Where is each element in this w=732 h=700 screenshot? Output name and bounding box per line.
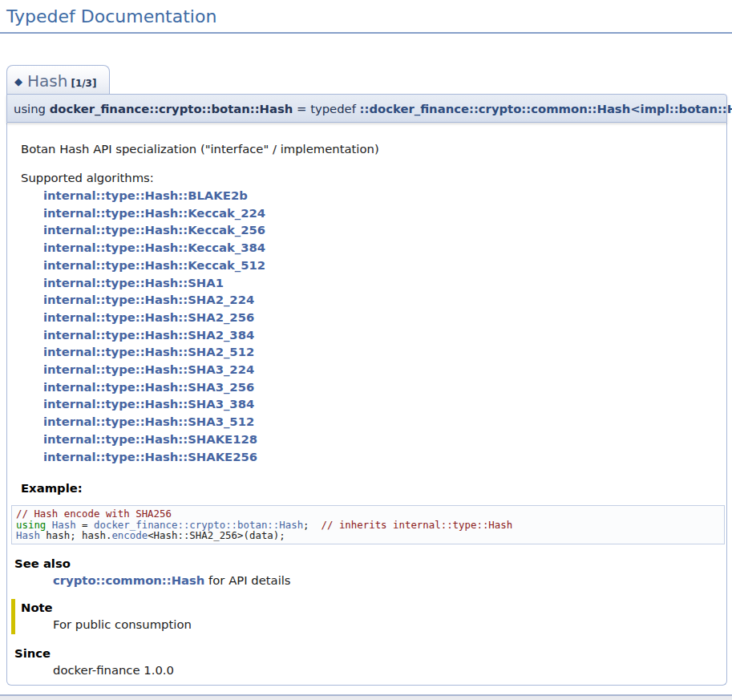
declaration-typedef-name: docker_finance::crypto::botan::Hash (50, 102, 293, 115)
algorithm-link-sha2-512[interactable]: internal::type::Hash::SHA2_512 (43, 345, 254, 358)
code-link-encode[interactable]: encode (111, 529, 148, 541)
algorithm-link-keccak-512[interactable]: internal::type::Hash::Keccak_512 (43, 258, 265, 272)
member-declaration-bar: using docker_finance::crypto::botan::Has… (6, 94, 727, 123)
list-item: internal::type::Hash::SHA2_224 (43, 291, 719, 309)
member-tab: ◆Hash[1/3] (6, 65, 110, 95)
list-item: internal::type::Hash::SHA2_512 (43, 343, 719, 361)
algorithms-label: Supported algorithms: (21, 171, 719, 184)
see-also-suffix: for API details (204, 573, 290, 587)
list-item: internal::type::Hash::Keccak_256 (43, 221, 719, 239)
member-index-badge: [1/3] (71, 78, 96, 89)
example-heading: Example: (21, 481, 719, 495)
see-also-heading: See also (14, 556, 719, 570)
algorithm-link-blake2b[interactable]: internal::type::Hash::BLAKE2b (43, 188, 248, 202)
algorithm-link-keccak-224[interactable]: internal::type::Hash::Keccak_224 (43, 206, 265, 220)
code-line: using Hash = docker_finance::crypto::bot… (16, 520, 720, 531)
note-content: For public consumption (53, 617, 719, 631)
algorithm-link-keccak-256[interactable]: internal::type::Hash::Keccak_256 (43, 223, 265, 237)
algorithm-link-sha1[interactable]: internal::type::Hash::SHA1 (43, 276, 224, 289)
since-content: docker-finance 1.0.0 (53, 663, 719, 677)
code-text: ; (303, 519, 321, 531)
list-item: internal::type::Hash::BLAKE2b (43, 187, 719, 204)
code-line: // Hash encode with SHA256 (16, 508, 720, 520)
algorithms-list: internal::type::Hash::BLAKE2b internal::… (43, 187, 719, 465)
see-also-section: See also crypto::common::Hash for API de… (14, 556, 719, 587)
see-also-content: crypto::common::Hash for API details (53, 573, 719, 587)
note-section: Note For public consumption (11, 599, 719, 634)
since-heading: Since (14, 646, 719, 660)
algorithm-link-sha3-224[interactable]: internal::type::Hash::SHA3_224 (43, 362, 254, 376)
footer-divider (0, 694, 732, 700)
member-title: Hash (27, 71, 67, 91)
declaration-using-keyword: using (14, 102, 50, 115)
list-item: internal::type::Hash::SHA3_512 (43, 413, 719, 431)
section-title: Typedef Documentation (0, 0, 732, 34)
algorithm-link-sha3-512[interactable]: internal::type::Hash::SHA3_512 (43, 415, 254, 428)
algorithm-link-sha2-224[interactable]: internal::type::Hash::SHA2_224 (43, 293, 254, 306)
algorithm-link-shake128[interactable]: internal::type::Hash::SHAKE128 (43, 432, 257, 446)
code-link-hash[interactable]: Hash (16, 529, 40, 541)
member-doc-body: Botan Hash API specialization ("interfac… (6, 123, 727, 686)
typedef-documentation-page: Typedef Documentation ◆Hash[1/3] using d… (0, 0, 732, 700)
anchor-diamond-icon[interactable]: ◆ (14, 75, 22, 87)
member-item-hash: ◆Hash[1/3] using docker_finance::crypto:… (6, 64, 727, 686)
list-item: internal::type::Hash::Keccak_384 (43, 239, 719, 257)
list-item: internal::type::Hash::SHA3_384 (43, 395, 719, 413)
algorithm-link-sha2-384[interactable]: internal::type::Hash::SHA2_384 (43, 328, 254, 342)
code-text: <Hash::SHA2_256>(data); (148, 529, 285, 541)
since-section: Since docker-finance 1.0.0 (14, 646, 719, 677)
code-block: // Hash encode with SHA256 using Hash = … (11, 505, 725, 544)
code-line: Hash hash; hash.encode<Hash::SHA2_256>(d… (16, 530, 720, 541)
code-text: hash; hash. (40, 529, 112, 541)
list-item: internal::type::Hash::SHA3_224 (43, 361, 719, 378)
list-item: internal::type::Hash::SHA3_256 (43, 378, 719, 396)
algorithm-link-keccak-384[interactable]: internal::type::Hash::Keccak_384 (43, 241, 265, 254)
declaration-connector: = typedef (293, 102, 359, 115)
list-item: internal::type::Hash::SHA2_256 (43, 309, 719, 326)
list-item: internal::type::Hash::Keccak_512 (43, 257, 719, 274)
list-item: internal::type::Hash::Keccak_224 (43, 204, 719, 222)
see-also-link[interactable]: crypto::common::Hash (53, 573, 204, 587)
list-item: internal::type::Hash::SHA1 (43, 274, 719, 292)
note-heading: Note (21, 601, 719, 614)
algorithm-link-sha3-256[interactable]: internal::type::Hash::SHA3_256 (43, 380, 254, 394)
algorithm-link-shake256[interactable]: internal::type::Hash::SHAKE256 (43, 450, 257, 463)
list-item: internal::type::Hash::SHAKE128 (43, 431, 719, 448)
list-item: internal::type::Hash::SHAKE256 (43, 448, 719, 466)
algorithm-link-sha2-256[interactable]: internal::type::Hash::SHA2_256 (43, 310, 254, 324)
declaration-target-link[interactable]: ::docker_finance::crypto::common::Hash<i… (360, 102, 732, 115)
member-description: Botan Hash API specialization ("interfac… (21, 142, 719, 156)
list-item: internal::type::Hash::SHA2_384 (43, 326, 719, 344)
algorithm-link-sha3-384[interactable]: internal::type::Hash::SHA3_384 (43, 397, 254, 411)
code-comment: // inherits internal::type::Hash (322, 519, 513, 531)
